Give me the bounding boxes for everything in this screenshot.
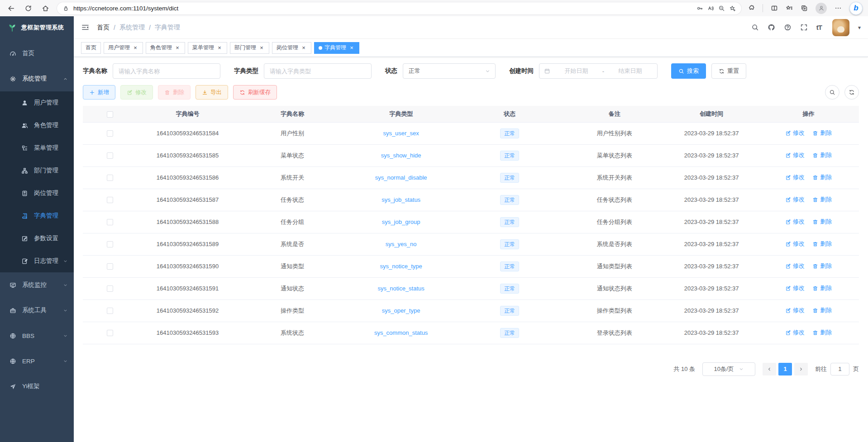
status-select[interactable]: 正常 xyxy=(403,63,496,79)
hamburger-icon[interactable] xyxy=(81,23,90,32)
github-icon[interactable] xyxy=(768,24,775,31)
select-all-checkbox[interactable] xyxy=(107,111,113,118)
sidebar-item-ERP[interactable]: ERP xyxy=(0,348,74,374)
row-edit-button[interactable]: 修改 xyxy=(785,262,805,270)
search-icon[interactable] xyxy=(751,24,759,31)
tab-字典管理[interactable]: 字典管理 × xyxy=(314,42,359,54)
sidebar-item-BBS[interactable]: BBS xyxy=(0,323,74,348)
dict-type-link[interactable]: sys_show_hide xyxy=(381,152,421,159)
font-size-icon[interactable]: tT xyxy=(816,24,822,31)
dict-type-link[interactable]: sys_user_sex xyxy=(383,130,419,137)
prev-page-button[interactable] xyxy=(763,363,776,375)
tab-部门管理[interactable]: 部门管理 × xyxy=(230,42,269,54)
row-delete-button[interactable]: 删除 xyxy=(812,328,832,337)
close-icon[interactable]: × xyxy=(348,45,355,51)
row-delete-button[interactable]: 删除 xyxy=(812,306,832,314)
avatar[interactable] xyxy=(832,19,849,36)
favorites-icon[interactable] xyxy=(786,5,793,12)
row-delete-button[interactable]: 删除 xyxy=(812,151,832,159)
dict-type-link[interactable]: sys_notice_type xyxy=(380,263,422,270)
refresh-cache-button[interactable]: 刷新缓存 xyxy=(233,85,277,100)
add-button[interactable]: 新增 xyxy=(83,85,115,100)
breadcrumb-home[interactable]: 首页 xyxy=(97,24,110,32)
fullscreen-icon[interactable] xyxy=(800,24,808,31)
tab-角色管理[interactable]: 角色管理 × xyxy=(146,42,185,54)
export-button[interactable]: 导出 xyxy=(196,85,228,100)
dict-type-link[interactable]: sys_job_group xyxy=(382,219,420,225)
close-icon[interactable]: × xyxy=(258,45,265,51)
row-checkbox[interactable] xyxy=(107,219,113,225)
key-icon[interactable] xyxy=(696,5,703,12)
tab-用户管理[interactable]: 用户管理 × xyxy=(104,42,143,54)
split-screen-icon[interactable] xyxy=(771,5,778,12)
url-text[interactable]: https://ccnetcore.com:1101/system/dict xyxy=(73,5,692,12)
close-icon[interactable]: × xyxy=(174,45,181,51)
close-icon[interactable]: × xyxy=(132,45,138,51)
reset-button[interactable]: 重置 xyxy=(711,63,746,79)
row-edit-button[interactable]: 修改 xyxy=(785,306,805,314)
close-icon[interactable]: × xyxy=(216,45,223,51)
edit-button[interactable]: 修改 xyxy=(120,85,153,100)
sidebar-item-系统监控[interactable]: 系统监控 xyxy=(0,272,74,298)
read-aloud-icon[interactable] xyxy=(707,5,714,12)
row-delete-button[interactable]: 删除 xyxy=(812,240,832,248)
row-edit-button[interactable]: 修改 xyxy=(785,129,805,137)
search-button[interactable]: 搜索 xyxy=(671,63,706,79)
dict-type-link[interactable]: sys_job_status xyxy=(382,196,420,203)
row-checkbox[interactable] xyxy=(107,175,113,181)
sidebar-item-首页[interactable]: 首页 xyxy=(0,41,74,66)
date-range-picker[interactable]: 开始日期 - 结束日期 xyxy=(539,63,658,79)
delete-button[interactable]: 删除 xyxy=(158,85,191,100)
row-checkbox[interactable] xyxy=(107,308,113,314)
sidebar-item-日志管理[interactable]: 日志管理 xyxy=(0,250,74,272)
sidebar-item-参数设置[interactable]: 参数设置 xyxy=(0,227,74,250)
goto-page-input[interactable] xyxy=(830,363,849,375)
more-icon[interactable] xyxy=(835,5,842,12)
sidebar-item-角色管理[interactable]: 角色管理 xyxy=(0,114,74,137)
help-icon[interactable] xyxy=(784,24,792,31)
back-icon[interactable] xyxy=(5,3,16,14)
row-delete-button[interactable]: 删除 xyxy=(812,262,832,270)
app-logo[interactable]: 意框架管理系统 xyxy=(0,16,74,39)
next-page-button[interactable] xyxy=(794,363,808,375)
row-delete-button[interactable]: 删除 xyxy=(812,173,832,181)
row-edit-button[interactable]: 修改 xyxy=(785,218,805,226)
refresh-icon[interactable] xyxy=(23,3,33,14)
dict-type-link[interactable]: sys_normal_disable xyxy=(375,174,427,181)
dict-type-link[interactable]: sys_common_status xyxy=(374,329,428,336)
row-checkbox[interactable] xyxy=(107,330,113,336)
row-checkbox[interactable] xyxy=(107,285,113,292)
sidebar-item-用户管理[interactable]: 用户管理 xyxy=(0,91,74,114)
sidebar-item-字典管理[interactable]: 字典管理 xyxy=(0,204,74,227)
profile-icon[interactable] xyxy=(816,3,827,14)
row-checkbox[interactable] xyxy=(107,197,113,203)
sidebar-item-Yi框架[interactable]: Yi框架 xyxy=(0,374,74,399)
zoom-out-icon[interactable] xyxy=(718,5,725,12)
dict-type-link[interactable]: sys_notice_status xyxy=(377,285,424,292)
caret-down-icon[interactable]: ▾ xyxy=(858,24,861,31)
sidebar-item-系统管理[interactable]: 系统管理 xyxy=(0,66,74,91)
close-icon[interactable]: × xyxy=(300,45,307,51)
bing-icon[interactable]: b xyxy=(849,2,863,15)
sidebar-item-菜单管理[interactable]: 菜单管理 xyxy=(0,137,74,159)
row-edit-button[interactable]: 修改 xyxy=(785,151,805,159)
page-number-1[interactable]: 1 xyxy=(778,363,792,375)
row-checkbox[interactable] xyxy=(107,241,113,247)
refresh-table-button[interactable] xyxy=(844,85,859,100)
favorite-add-icon[interactable] xyxy=(729,5,736,12)
row-edit-button[interactable]: 修改 xyxy=(785,195,805,204)
sidebar-item-岗位管理[interactable]: 岗位管理 xyxy=(0,182,74,204)
tab-菜单管理[interactable]: 菜单管理 × xyxy=(188,42,227,54)
tab-首页[interactable]: 首页 xyxy=(81,42,101,54)
sidebar-item-系统工具[interactable]: 系统工具 xyxy=(0,298,74,323)
extensions-icon[interactable] xyxy=(748,5,755,12)
toggle-search-button[interactable] xyxy=(825,85,839,100)
sidebar-item-部门管理[interactable]: 部门管理 xyxy=(0,159,74,182)
page-size-select[interactable]: 10条/页 xyxy=(702,362,755,376)
home-icon[interactable] xyxy=(40,3,51,14)
row-delete-button[interactable]: 删除 xyxy=(812,218,832,226)
tab-岗位管理[interactable]: 岗位管理 × xyxy=(272,42,311,54)
row-checkbox[interactable] xyxy=(107,130,113,137)
breadcrumb-system[interactable]: 系统管理 xyxy=(119,24,145,32)
row-checkbox[interactable] xyxy=(107,152,113,159)
